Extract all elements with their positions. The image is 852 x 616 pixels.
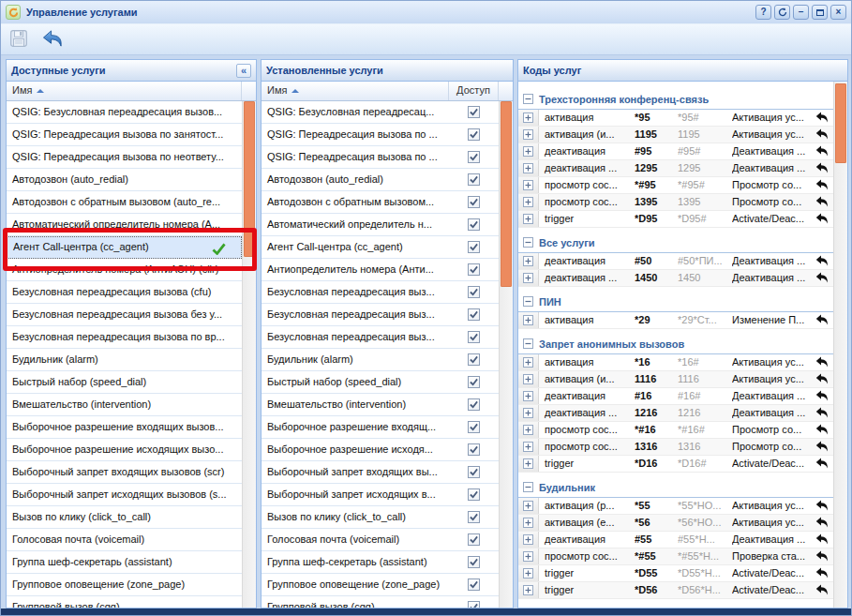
available-service-row[interactable]: QSIG: Переадресация вызова по занятост..… [7, 124, 242, 146]
access-checkbox[interactable] [468, 106, 480, 118]
service-code-row[interactable]: деактивация#95#95#Деактивация ... [518, 143, 833, 160]
expand-row-icon[interactable] [523, 197, 533, 207]
installed-service-row[interactable]: Выборочное разрешение входящ... [262, 416, 499, 439]
service-code-row[interactable]: деактивация ...14501450Деактивация ... [518, 270, 833, 287]
expand-row-cell[interactable] [518, 498, 539, 514]
installed-scrollbar[interactable] [499, 101, 513, 608]
installed-service-row[interactable]: Быстрый набор (speed_dial) [262, 371, 499, 394]
reset-code-button[interactable] [811, 177, 833, 193]
available-service-row[interactable]: Вмешательство (intervention) [7, 394, 242, 416]
available-service-row[interactable]: Групповой вызов (cgg) [7, 596, 242, 608]
expand-row-cell[interactable] [518, 211, 539, 227]
reset-code-button[interactable] [811, 270, 833, 286]
available-service-row[interactable]: QSIG: Безусловная переадресация вызов... [7, 101, 242, 124]
installed-service-row[interactable]: QSIG: Переадресация вызова по ... [262, 124, 499, 146]
expand-row-icon[interactable] [523, 113, 533, 123]
service-code-row[interactable]: активация (и...11951195Активация ус... [518, 127, 833, 143]
service-code-row[interactable]: деактивация#16#16#Деактивация ... [518, 388, 833, 405]
installed-service-row[interactable]: Выборочный запрет входящих вы... [262, 461, 499, 484]
installed-service-row[interactable]: Выборочный запрет исходящих в... [262, 484, 499, 506]
available-service-row[interactable]: Автодозвон с обратным вызовом (auto_re..… [7, 191, 242, 214]
service-code-row[interactable]: деактивация ...12161216Деактивация ... [518, 405, 833, 422]
reset-code-button[interactable] [811, 422, 833, 438]
available-service-row[interactable]: Вызов по клику (click_to_call) [7, 506, 242, 529]
access-checkbox[interactable] [468, 331, 480, 343]
expand-row-cell[interactable] [518, 422, 539, 438]
expand-row-icon[interactable] [523, 568, 533, 578]
installed-service-row[interactable]: Вызов по клику (click_to_call) [262, 506, 499, 529]
available-service-row[interactable]: Автодозвон (auto_redial) [7, 169, 242, 191]
expand-row-cell[interactable] [518, 177, 539, 193]
installed-service-row[interactable]: QSIG: Безусловная переадресац... [262, 101, 499, 124]
reset-code-button[interactable] [811, 371, 833, 387]
reset-code-button[interactable] [811, 405, 833, 421]
expand-row-icon[interactable] [523, 458, 533, 469]
service-code-row[interactable]: активация*16*16#Активация ус... [518, 354, 833, 371]
installed-service-row[interactable]: Безусловная переадресация выз... [262, 281, 499, 304]
expand-row-icon[interactable] [523, 146, 533, 157]
column-header-name[interactable]: Имя [262, 82, 449, 100]
expand-row-cell[interactable] [518, 143, 539, 159]
expand-row-icon[interactable] [523, 315, 533, 325]
access-checkbox[interactable] [468, 578, 480, 591]
access-checkbox[interactable] [468, 376, 480, 388]
expand-row-icon[interactable] [523, 501, 533, 511]
reset-code-button[interactable] [811, 388, 833, 404]
available-service-row[interactable]: Голосовая почта (voicemail) [7, 529, 242, 551]
access-checkbox[interactable] [468, 511, 480, 523]
collapse-group-icon[interactable] [523, 296, 533, 307]
reset-code-button[interactable] [811, 312, 833, 328]
available-service-row[interactable]: Выборочное разрешение входящих вызов... [7, 416, 242, 439]
collapse-panel-button[interactable]: « [236, 64, 251, 78]
service-code-row[interactable]: trigger*D55*D55*Н...Activate/Deac... [518, 565, 833, 582]
access-checkbox[interactable] [468, 263, 480, 276]
reset-code-button[interactable] [811, 143, 833, 159]
expand-row-icon[interactable] [523, 357, 533, 368]
access-checkbox[interactable] [468, 196, 480, 208]
group-header[interactable]: ПИН [518, 292, 833, 312]
maximize-button[interactable] [812, 5, 828, 20]
expand-row-cell[interactable] [518, 371, 539, 387]
scrollbar-thumb[interactable] [244, 101, 255, 257]
access-checkbox[interactable] [468, 398, 480, 411]
reset-code-button[interactable] [811, 565, 833, 581]
expand-row-cell[interactable] [518, 253, 539, 269]
access-checkbox[interactable] [468, 173, 480, 186]
collapse-group-icon[interactable] [523, 338, 533, 349]
expand-row-cell[interactable] [518, 160, 539, 176]
expand-row-cell[interactable] [518, 515, 539, 531]
installed-service-row[interactable]: Групповой вызов (cgg) [262, 596, 499, 608]
installed-service-row[interactable]: Агент Call-центра (cc_agent) [262, 236, 499, 259]
expand-row-cell[interactable] [518, 548, 539, 564]
scrollbar-thumb[interactable] [501, 101, 512, 287]
collapse-group-icon[interactable] [523, 237, 533, 248]
help-button[interactable]: ? [755, 5, 771, 20]
expand-row-icon[interactable] [523, 585, 533, 595]
access-checkbox[interactable] [468, 308, 480, 321]
expand-row-cell[interactable] [518, 127, 539, 143]
installed-service-row[interactable]: Автодозвон с обратным вызовом... [262, 191, 499, 214]
close-button[interactable]: × [830, 5, 846, 20]
expand-row-icon[interactable] [523, 425, 533, 435]
expand-row-icon[interactable] [523, 129, 533, 140]
service-code-row[interactable]: активация (р...*55*55*НО...Активация ус.… [518, 498, 833, 515]
available-service-row[interactable]: Антиопределитель номера (АнтиАОН) (clir) [7, 259, 242, 281]
reset-code-button[interactable] [811, 194, 833, 210]
available-service-row[interactable]: Быстрый набор (speed_dial) [7, 371, 242, 394]
expand-row-cell[interactable] [518, 582, 539, 598]
installed-service-row[interactable]: Будильник (alarm) [262, 349, 499, 371]
service-code-row[interactable]: деактивация ...12951295Деактивация ... [518, 160, 833, 177]
service-code-row[interactable]: активация*95*95#Активация ус... [518, 110, 833, 127]
access-checkbox[interactable] [468, 128, 480, 141]
access-checkbox[interactable] [468, 241, 480, 253]
access-checkbox[interactable] [468, 421, 480, 433]
access-checkbox[interactable] [468, 533, 480, 546]
service-code-row[interactable]: просмотр сос...13951395Просмотр со... [518, 194, 833, 211]
reset-code-button[interactable] [811, 127, 833, 143]
access-checkbox[interactable] [468, 286, 480, 298]
installed-service-row[interactable]: Автоматический определитель н... [262, 214, 499, 236]
service-code-row[interactable]: деактивация#55#55*Н...Деактивация ... [518, 532, 833, 548]
expand-row-cell[interactable] [518, 565, 539, 581]
available-service-row[interactable]: Выборочное разрешение исходящих вызо... [7, 439, 242, 461]
expand-row-icon[interactable] [523, 374, 533, 384]
